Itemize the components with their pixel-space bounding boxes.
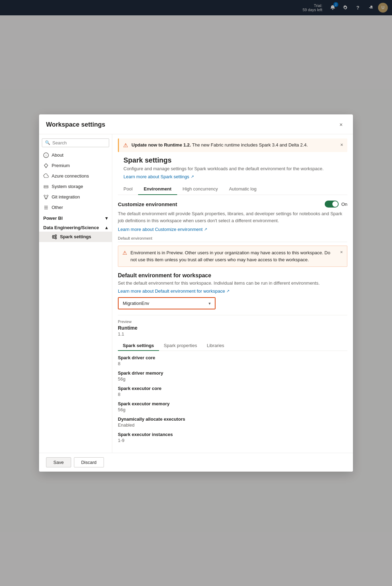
modal-overlay: Workspace settings × 🔍 i About Premium (0, 0, 392, 15)
